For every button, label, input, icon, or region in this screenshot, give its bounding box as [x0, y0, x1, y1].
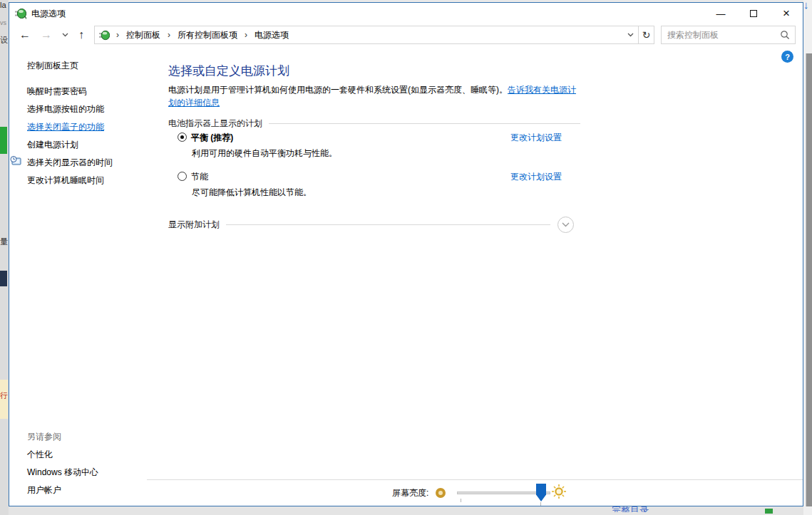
breadcrumb-control-panel[interactable]: 控制面板 [125, 28, 161, 43]
section-divider [226, 224, 550, 225]
sidebar-item-lid-close[interactable]: 选择关闭盖子的功能 [27, 121, 104, 133]
chevron-down-icon [562, 222, 570, 227]
address-dropdown-chevron-icon[interactable] [622, 26, 638, 43]
background-right-artifacts: ↓ [803, 0, 812, 515]
additional-plans-section: 显示附加计划 [168, 217, 596, 233]
additional-plans-label: 显示附加计划 [168, 219, 220, 231]
recent-pages-chevron-icon[interactable] [62, 33, 68, 37]
address-bar[interactable]: › 控制面板 › 所有控制面板项 › 电源选项 ↻ [94, 26, 654, 44]
forward-icon[interactable]: → [41, 29, 52, 41]
background-fragment: la [0, 1, 6, 9]
plan-row-power-saver: 节能 更改计划设置 尽可能降低计算机性能以节能。 [178, 171, 605, 207]
plan-name: 平衡 (推荐) [191, 132, 233, 144]
window-controls: — × [704, 3, 803, 24]
navigation-bar: ← → ↑ › 控制面板 › 所有控制面板项 › [9, 24, 803, 46]
sidebar-item-power-buttons[interactable]: 选择电源按钮的功能 [27, 103, 104, 115]
background-fragment: vs [0, 19, 6, 26]
window-title: 电源选项 [31, 8, 66, 20]
breadcrumb-separator: › [168, 30, 170, 40]
background-clipped-text: 完整目录 [612, 506, 649, 512]
power-plug-icon [15, 8, 26, 19]
slider-tick [461, 499, 461, 502]
content-area: 控制面板主页 唤醒时需要密码 选择电源按钮的功能 选择关闭盖子的功能 创建电源计… [9, 46, 803, 506]
see-also-header: 另请参阅 [27, 431, 61, 443]
breadcrumb-all-items[interactable]: 所有控制面板项 [177, 28, 238, 43]
background-bottom-artifacts: 完整目录 [9, 506, 803, 515]
brightness-label: 屏幕亮度: [392, 487, 428, 499]
background-left-artifacts: la vs 设 量 行 [0, 0, 9, 515]
background-scrollbar [806, 53, 812, 506]
footer-divider [147, 479, 803, 480]
change-plan-settings-link-balanced[interactable]: 更改计划设置 [510, 132, 562, 144]
sidebar-item-create-plan[interactable]: 创建电源计划 [27, 139, 78, 151]
power-plug-icon [99, 30, 110, 41]
search-icon[interactable] [780, 30, 790, 40]
brightness-dim-sun-icon [436, 488, 446, 498]
power-options-window: 电源选项 — × ← → ↑ › [9, 2, 803, 506]
sidebar-item-control-panel-home[interactable]: 控制面板主页 [27, 60, 78, 72]
background-artifact [0, 271, 7, 286]
search-input[interactable] [662, 27, 780, 43]
plan-description: 利用可用的硬件自动平衡功耗与性能。 [192, 147, 337, 160]
background-artifact [0, 127, 7, 154]
expand-additional-plans-button[interactable] [557, 217, 574, 233]
display-clock-icon [10, 155, 21, 167]
sidebar-item-display-off-time[interactable]: 选择关闭显示器的时间 [27, 157, 113, 169]
back-icon[interactable]: ← [19, 29, 31, 41]
change-plan-settings-link-power-saver[interactable]: 更改计划设置 [510, 171, 562, 183]
sidebar-item-user-accounts[interactable]: 用户帐户 [27, 484, 61, 496]
maximize-icon [750, 10, 757, 17]
slider-tick [540, 502, 541, 506]
background-artifact [765, 509, 773, 514]
radio-balanced[interactable] [178, 132, 187, 142]
sidebar-item-require-password[interactable]: 唤醒时需要密码 [27, 85, 87, 98]
sidebar-item-sleep-time[interactable]: 更改计算机睡眠时间 [27, 175, 104, 187]
plan-name: 节能 [191, 171, 208, 183]
maximize-button[interactable] [737, 3, 770, 24]
section-divider [269, 123, 580, 124]
page-title: 选择或自定义电源计划 [168, 63, 289, 79]
breadcrumb-power-options[interactable]: 电源选项 [254, 28, 289, 43]
battery-meter-section-label: 电池指示器上显示的计划 [168, 118, 262, 130]
background-arrow: ↓ [803, 0, 809, 11]
search-box [661, 26, 796, 44]
breadcrumb-separator: › [245, 30, 247, 40]
brightness-slider-thumb[interactable] [536, 484, 546, 501]
minimize-button[interactable]: — [704, 3, 737, 24]
sidebar-item-personalization[interactable]: 个性化 [27, 449, 53, 461]
battery-meter-section: 电池指示器上显示的计划 [168, 118, 580, 130]
breadcrumb-separator: › [116, 30, 119, 40]
background-fragment: 行 [0, 390, 8, 401]
radio-power-saver[interactable] [178, 172, 187, 181]
background-fragment: 量 [0, 236, 8, 247]
up-icon[interactable]: ↑ [78, 29, 84, 41]
plan-row-balanced: 平衡 (推荐) 更改计划设置 利用可用的硬件自动平衡功耗与性能。 [178, 132, 605, 167]
plan-description-text: 电源计划是用于管理计算机如何使用电源的一套硬件和系统设置(如显示器亮度、睡眠等)… [168, 85, 508, 95]
background-fragment: 设 [0, 35, 8, 46]
brightness-bright-sun-icon [551, 484, 567, 499]
plan-description-paragraph: 电源计划是用于管理计算机如何使用电源的一套硬件和系统设置(如显示器亮度、睡眠等)… [168, 83, 580, 109]
titlebar: 电源选项 — × [9, 3, 803, 24]
breadcrumb: › 控制面板 › 所有控制面板项 › 电源选项 [95, 26, 622, 43]
close-button[interactable]: × [770, 3, 803, 24]
refresh-icon[interactable]: ↻ [638, 26, 654, 43]
plan-description: 尽可能降低计算机性能以节能。 [192, 187, 312, 199]
sidebar-item-mobility-center[interactable]: Windows 移动中心 [27, 467, 98, 479]
